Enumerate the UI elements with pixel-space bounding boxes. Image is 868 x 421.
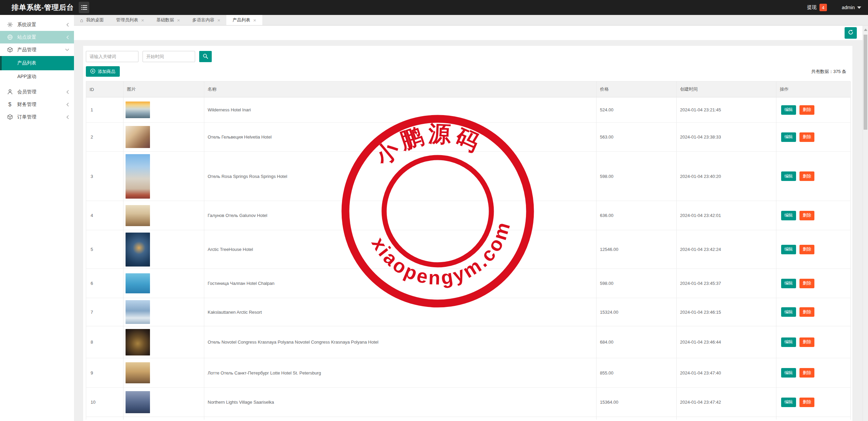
edit-button[interactable]: 编辑 xyxy=(781,368,796,378)
table-body: 1 Wilderness Hotel Inari 524.00 2024-01-… xyxy=(86,97,850,417)
product-price: 15364.00 xyxy=(597,388,677,417)
chevron-left-icon xyxy=(66,90,69,94)
list-menu-icon xyxy=(81,5,87,10)
sidebar-item-product-management[interactable]: 产品管理 xyxy=(0,43,74,56)
tab-multilang-content[interactable]: 多语言内容 × xyxy=(186,15,227,25)
scrollbar-thumb[interactable] xyxy=(864,35,867,130)
edit-button[interactable]: 编辑 xyxy=(781,211,796,220)
tab-bar: ⌂ 我的桌面 管理员列表 × 基础数据 × 多语言内容 × 产品列表 × xyxy=(74,15,868,25)
created-time: 2024-01-04 23:42:01 xyxy=(677,201,776,230)
sidebar-item-order-management[interactable]: 订单管理 xyxy=(0,111,74,123)
total-count-text: 共有数据：375 条 xyxy=(811,69,850,75)
sidebar-item-member-management[interactable]: 会员管理 xyxy=(0,86,74,98)
product-image xyxy=(126,205,150,226)
product-image xyxy=(126,233,150,267)
sidebar-item-site-settings[interactable]: 站点设置 xyxy=(0,31,74,43)
table-row: 3 Отель Rosa Springs Rosa Springs Hotel … xyxy=(86,152,850,201)
product-list-panel: 添加商品 共有数据：375 条 ID 图片 名称 价格 创建时间 操作 1 Wi… xyxy=(83,46,852,421)
search-icon xyxy=(203,53,208,60)
product-table: ID 图片 名称 价格 创建时间 操作 1 Wilderness Hotel I… xyxy=(86,81,850,420)
delete-button[interactable]: 删除 xyxy=(799,279,814,288)
delete-button[interactable]: 删除 xyxy=(799,105,814,115)
action-row: 添加商品 共有数据：375 条 xyxy=(86,66,850,77)
product-price: 15324.00 xyxy=(597,298,677,326)
product-name: Лотте Отель Санкт-Петербург Lotte Hotel … xyxy=(204,358,597,388)
edit-button[interactable]: 编辑 xyxy=(781,245,796,254)
refresh-button[interactable] xyxy=(845,27,857,39)
product-image xyxy=(126,300,150,324)
edit-button[interactable]: 编辑 xyxy=(781,279,796,288)
product-name: Arctic TreeHouse Hotel xyxy=(204,230,597,269)
product-image xyxy=(126,273,150,293)
sidebar: 系统设置 站点设置 产品管理 产品列表 APP滚动 xyxy=(0,15,74,421)
row-id: 8 xyxy=(86,326,124,358)
search-button[interactable] xyxy=(199,51,212,62)
edit-button[interactable]: 编辑 xyxy=(781,398,796,407)
delete-button[interactable]: 删除 xyxy=(799,132,814,142)
product-price: 12546.00 xyxy=(597,230,677,269)
add-product-label: 添加商品 xyxy=(98,69,115,75)
globe-icon xyxy=(7,34,13,40)
tab-label: 基础数据 xyxy=(156,17,174,23)
sidebar-item-product-list[interactable]: 产品列表 xyxy=(0,56,74,70)
edit-button[interactable]: 编辑 xyxy=(781,307,796,317)
column-header-name: 名称 xyxy=(204,81,597,97)
product-name: Northern Lights Village Saariselka xyxy=(204,388,597,417)
product-price: 684.00 xyxy=(597,326,677,358)
scroll-up-icon[interactable] xyxy=(864,29,867,31)
delete-button[interactable]: 删除 xyxy=(799,398,814,407)
product-price: 524.00 xyxy=(597,97,677,123)
vertical-scrollbar[interactable] xyxy=(863,26,868,421)
product-price: 598.00 xyxy=(597,152,677,201)
created-time: 2024-01-04 23:40:20 xyxy=(677,152,776,201)
toolbar-strip xyxy=(74,26,863,40)
close-icon[interactable]: × xyxy=(177,18,180,23)
sidebar-item-app-scroll[interactable]: APP滚动 xyxy=(0,70,74,83)
edit-button[interactable]: 编辑 xyxy=(781,132,796,142)
tab-my-desktop[interactable]: ⌂ 我的桌面 xyxy=(74,15,110,25)
sidebar-item-system-settings[interactable]: 系统设置 xyxy=(0,18,74,31)
add-product-button[interactable]: 添加商品 xyxy=(86,66,120,77)
close-icon[interactable]: × xyxy=(218,18,221,23)
close-icon[interactable]: × xyxy=(253,18,256,23)
row-id: 1 xyxy=(86,97,124,123)
plus-circle-icon xyxy=(90,69,95,75)
user-menu[interactable]: admin xyxy=(842,5,861,10)
product-image xyxy=(126,329,150,355)
chevron-left-icon xyxy=(66,35,69,39)
chevron-down-icon xyxy=(857,6,861,9)
column-header-image: 图片 xyxy=(124,81,204,97)
username-label: admin xyxy=(842,5,855,10)
table-header-row: ID 图片 名称 价格 创建时间 操作 xyxy=(86,81,850,97)
withdraw-link[interactable]: 提现 4 xyxy=(807,4,827,11)
tab-admin-list[interactable]: 管理员列表 × xyxy=(110,15,150,25)
start-time-input[interactable] xyxy=(143,51,195,62)
delete-button[interactable]: 删除 xyxy=(799,307,814,317)
sidebar-item-label: 站点设置 xyxy=(17,34,66,40)
edit-button[interactable]: 编辑 xyxy=(781,337,796,347)
sidebar-toggle-button[interactable] xyxy=(79,2,89,13)
delete-button[interactable]: 删除 xyxy=(799,171,814,181)
close-icon[interactable]: × xyxy=(141,18,144,23)
delete-button[interactable]: 删除 xyxy=(799,245,814,254)
delete-button[interactable]: 删除 xyxy=(799,337,814,347)
created-time: 2024-01-04 23:47:40 xyxy=(677,358,776,388)
table-row: 9 Лотте Отель Санкт-Петербург Lotte Hote… xyxy=(86,358,850,388)
table-row: 10 Northern Lights Village Saariselka 15… xyxy=(86,388,850,417)
tab-product-list[interactable]: 产品列表 × xyxy=(226,15,262,25)
created-time: 2024-01-04 23:46:44 xyxy=(677,326,776,358)
tab-basic-data[interactable]: 基础数据 × xyxy=(150,15,186,25)
chevron-left-icon xyxy=(66,23,69,27)
product-image xyxy=(126,102,150,118)
withdraw-label: 提现 xyxy=(807,4,817,11)
created-time: 2024-01-04 23:46:15 xyxy=(677,298,776,326)
edit-button[interactable]: 编辑 xyxy=(781,171,796,181)
delete-button[interactable]: 删除 xyxy=(799,211,814,220)
delete-button[interactable]: 删除 xyxy=(799,368,814,378)
sidebar-item-finance-management[interactable]: $ 财务管理 xyxy=(0,98,74,111)
sidebar-item-label: 会员管理 xyxy=(17,89,66,95)
edit-button[interactable]: 编辑 xyxy=(781,105,796,115)
keyword-input[interactable] xyxy=(86,51,138,62)
product-image xyxy=(126,126,150,148)
product-price: 598.00 xyxy=(597,269,677,298)
